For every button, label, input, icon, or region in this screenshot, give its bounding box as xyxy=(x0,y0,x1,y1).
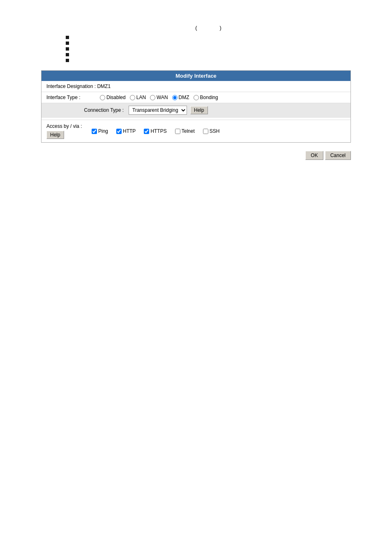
intro-section: ( ) xyxy=(41,25,351,62)
ok-button[interactable]: OK xyxy=(305,151,323,160)
radio-wan[interactable]: WAN xyxy=(150,95,168,100)
interface-designation-row: Interface Designation : DMZ1 xyxy=(42,81,350,92)
interface-type-row: Interface Type : Disabled LAN WAN xyxy=(42,92,350,103)
bullet-icon xyxy=(66,36,69,39)
radio-bonding-label: Bonding xyxy=(200,95,218,100)
radio-dmz-label: DMZ xyxy=(179,95,189,100)
paren-close: ) xyxy=(219,25,221,31)
access-label-col: Access by / via : Help xyxy=(46,123,83,139)
radio-wan-input[interactable] xyxy=(150,95,155,100)
connection-type-label: Connection Type : xyxy=(46,107,129,113)
connection-type-select[interactable]: Transparent Bridging xyxy=(129,106,187,115)
list-item xyxy=(66,47,351,51)
bullet-list xyxy=(66,36,351,62)
checkbox-ssh[interactable]: SSH xyxy=(203,128,220,134)
bullet-icon xyxy=(66,47,69,51)
access-row: Access by / via : Help Ping HTTP HTTPS xyxy=(42,120,350,142)
radio-lan-label: LAN xyxy=(136,95,146,100)
panel-header: Modify Interface xyxy=(42,71,350,81)
bullet-icon xyxy=(66,42,69,45)
checkbox-ping-label: Ping xyxy=(98,128,108,134)
connection-type-content: Transparent Bridging Help xyxy=(129,106,208,115)
radio-dmz-input[interactable] xyxy=(172,95,178,100)
page-wrapper: ( ) xyxy=(0,0,392,178)
connection-type-row: Connection Type : Transparent Bridging H… xyxy=(42,103,350,118)
checkbox-ping[interactable]: Ping xyxy=(92,128,108,134)
modify-interface-panel: Modify Interface Interface Designation :… xyxy=(41,70,351,143)
intro-parenthetical: ( ) xyxy=(66,25,351,31)
checkbox-http-input[interactable] xyxy=(116,129,122,134)
radio-bonding-input[interactable] xyxy=(194,95,199,100)
list-item xyxy=(66,59,351,62)
checkbox-http[interactable]: HTTP xyxy=(116,128,136,134)
checkbox-telnet-label: Telnet xyxy=(182,128,195,134)
list-item xyxy=(66,53,351,56)
radio-dmz[interactable]: DMZ xyxy=(172,95,189,100)
checkbox-http-label: HTTP xyxy=(123,128,136,134)
checkbox-https[interactable]: HTTPS xyxy=(144,128,166,134)
radio-disabled-input[interactable] xyxy=(100,95,105,100)
radio-disabled-label: Disabled xyxy=(106,95,126,100)
panel-body: Interface Designation : DMZ1 Interface T… xyxy=(42,81,350,142)
interface-type-radio-group: Disabled LAN WAN DMZ xyxy=(100,95,218,100)
paren-content xyxy=(199,25,218,31)
checkbox-https-label: HTTPS xyxy=(150,128,166,134)
checkbox-telnet-input[interactable] xyxy=(175,129,180,134)
bullet-icon xyxy=(66,53,69,56)
checkbox-telnet[interactable]: Telnet xyxy=(175,128,195,134)
action-buttons: OK Cancel xyxy=(41,149,351,162)
checkbox-https-input[interactable] xyxy=(144,129,149,134)
interface-designation-label: Interface Designation : DMZ1 xyxy=(46,83,111,89)
checkbox-ssh-label: SSH xyxy=(210,128,220,134)
cancel-button[interactable]: Cancel xyxy=(325,151,351,160)
checkbox-ping-input[interactable] xyxy=(92,129,97,134)
radio-wan-label: WAN xyxy=(157,95,168,100)
radio-disabled[interactable]: Disabled xyxy=(100,95,126,100)
radio-lan[interactable]: LAN xyxy=(130,95,146,100)
radio-bonding[interactable]: Bonding xyxy=(194,95,218,100)
access-help-button[interactable]: Help xyxy=(46,131,64,139)
checkbox-ssh-input[interactable] xyxy=(203,129,208,134)
list-item xyxy=(66,42,351,45)
connection-type-help-button[interactable]: Help xyxy=(190,106,208,114)
list-item xyxy=(66,36,351,39)
radio-lan-input[interactable] xyxy=(130,95,135,100)
interface-type-label: Interface Type : xyxy=(46,95,100,100)
bullet-icon xyxy=(66,59,69,62)
access-label: Access by / via : xyxy=(46,123,82,129)
panel-title: Modify Interface xyxy=(175,73,217,79)
paren-open: ( xyxy=(195,25,197,31)
